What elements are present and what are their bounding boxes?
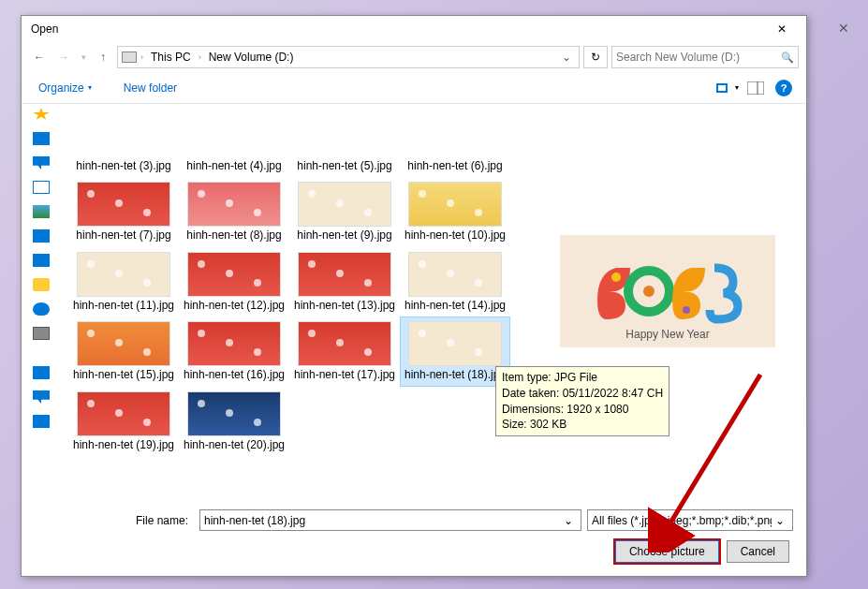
file-name: hinh-nen-tet (12).jpg (184, 299, 285, 312)
file-name: hinh-nen-tet (15).jpg (73, 368, 174, 381)
organize-label: Organize (38, 81, 84, 95)
filetype-filter[interactable]: All files (*.jpg;*.jpeg;*.bmp;*.dib;*.pn… (587, 509, 793, 531)
sidebar-item[interactable] (33, 366, 50, 379)
file-item[interactable]: hinh-nen-tet (4).jpg (179, 108, 289, 177)
file-item[interactable]: hinh-nen-tet (14).jpg (400, 247, 510, 317)
new-folder-label: New folder (124, 81, 177, 95)
up-button[interactable]: ↑ (93, 47, 113, 67)
chevron-down-icon: ▾ (81, 52, 86, 62)
address-bar[interactable]: › This PC › New Volume (D:) ⌄ (117, 46, 580, 68)
forward-button[interactable]: → (53, 47, 74, 67)
file-item[interactable]: hinh-nen-tet (6).jpg (400, 108, 510, 177)
organize-menu[interactable]: Organize ▾ (33, 78, 97, 98)
file-thumbnail (298, 252, 391, 297)
file-item[interactable]: hinh-nen-tet (11).jpg (68, 247, 179, 317)
crumb-sep-icon: › (140, 52, 143, 62)
button-row: Choose picture Cancel (35, 540, 793, 563)
crumb-sep-icon: › (199, 52, 201, 62)
sidebar-downloads[interactable] (33, 156, 50, 169)
sidebar-quickaccess[interactable] (33, 108, 50, 121)
file-name: hinh-nen-tet (16).jpg (184, 368, 285, 381)
filename-row: File name: ⌄ All files (*.jpg;*.jpeg;*.b… (35, 509, 793, 531)
dialog-body: hinh-nen-tet (3).jpghinh-nen-tet (4).jpg… (22, 104, 806, 500)
file-item[interactable]: hinh-nen-tet (18).jpg (400, 317, 510, 386)
file-name: hinh-nen-tet (11).jpg (73, 299, 174, 312)
sidebar-documents[interactable] (33, 181, 50, 194)
file-item[interactable]: hinh-nen-tet (9).jpg (289, 177, 400, 246)
nav-bar: ← → ▾ ↑ › This PC › New Volume (D:) ⌄ ↻ … (22, 42, 806, 72)
file-name: hinh-nen-tet (5).jpg (297, 159, 391, 172)
preview-pane-button[interactable] (744, 77, 767, 99)
sidebar-pictures[interactable] (33, 205, 50, 218)
search-box[interactable]: 🔍 (611, 46, 799, 68)
dialog-title: Open (27, 22, 763, 36)
choose-picture-button[interactable]: Choose picture (615, 540, 719, 563)
search-icon[interactable]: 🔍 (781, 52, 794, 64)
file-item[interactable]: hinh-nen-tet (20).jpg (179, 387, 289, 456)
filename-dropdown[interactable]: ⌄ (560, 514, 577, 527)
file-item[interactable]: hinh-nen-tet (5).jpg (289, 108, 400, 177)
refresh-button[interactable]: ↻ (583, 46, 608, 68)
filter-dropdown[interactable]: ⌄ (772, 514, 788, 527)
breadcrumb-drive[interactable]: New Volume (D:) (205, 51, 298, 64)
back-button[interactable]: ← (29, 47, 50, 67)
file-item[interactable]: hinh-nen-tet (15).jpg (68, 317, 179, 386)
file-name: hinh-nen-tet (7).jpg (76, 228, 170, 242)
file-thumbnail (408, 182, 502, 227)
tooltip-type: Item type: JPG File (502, 370, 663, 386)
file-item[interactable]: hinh-nen-tet (12).jpg (179, 247, 289, 317)
chevron-down-icon: ▾ (88, 83, 92, 92)
help-button[interactable]: ? (772, 77, 795, 99)
filename-combo[interactable]: ⌄ (199, 509, 581, 531)
file-item[interactable]: hinh-nen-tet (10).jpg (400, 177, 510, 246)
close-button[interactable]: ✕ (763, 16, 801, 42)
file-list[interactable]: hinh-nen-tet (3).jpghinh-nen-tet (4).jpg… (61, 104, 529, 500)
svg-point-7 (683, 306, 690, 314)
file-name: hinh-nen-tet (8).jpg (186, 228, 281, 242)
file-thumbnail (408, 252, 502, 297)
file-thumbnail (187, 391, 281, 436)
address-dropdown[interactable]: ⌄ (558, 51, 575, 64)
file-item[interactable]: hinh-nen-tet (16).jpg (179, 317, 289, 386)
filename-input[interactable] (204, 514, 560, 527)
recent-locations-button[interactable]: ▾ (78, 47, 89, 67)
file-name: hinh-nen-tet (6).jpg (407, 159, 502, 172)
cancel-label: Cancel (741, 545, 775, 558)
file-name: hinh-nen-tet (14).jpg (405, 299, 506, 312)
drive-icon (122, 52, 137, 63)
file-thumbnail (298, 182, 391, 227)
file-thumbnail (187, 182, 281, 227)
choose-label: Choose picture (629, 545, 705, 558)
view-mode-button[interactable]: ▾ (716, 77, 739, 99)
breadcrumb-this-pc[interactable]: This PC (147, 51, 195, 64)
file-item[interactable]: hinh-nen-tet (8).jpg (179, 177, 289, 246)
file-thumbnail (77, 252, 170, 297)
file-thumbnail (187, 112, 281, 157)
file-item[interactable]: hinh-nen-tet (19).jpg (68, 387, 179, 456)
file-name: hinh-nen-tet (20).jpg (184, 438, 285, 451)
file-item[interactable]: hinh-nen-tet (13).jpg (289, 247, 400, 317)
cancel-button[interactable]: Cancel (727, 540, 789, 563)
tooltip-date: Date taken: 05/11/2022 8:47 CH (502, 386, 663, 402)
sidebar-onedrive[interactable] (33, 302, 50, 316)
view-icon (716, 81, 733, 95)
sidebar-folder[interactable] (33, 278, 50, 291)
sidebar-item[interactable] (33, 390, 50, 404)
sidebar-this-pc[interactable] (33, 327, 50, 340)
outer-close-button[interactable]: ✕ (838, 21, 849, 36)
file-item[interactable]: hinh-nen-tet (17).jpg (289, 317, 400, 386)
titlebar: Open ✕ (22, 16, 806, 42)
tooltip-dimensions: Dimensions: 1920 x 1080 (502, 402, 663, 418)
bottom-panel: File name: ⌄ All files (*.jpg;*.jpeg;*.b… (22, 500, 806, 576)
refresh-icon: ↻ (591, 51, 600, 64)
file-tooltip: Item type: JPG File Date taken: 05/11/20… (495, 366, 669, 436)
new-folder-button[interactable]: New folder (118, 78, 183, 98)
file-item[interactable]: hinh-nen-tet (7).jpg (68, 177, 179, 246)
sidebar-item[interactable] (33, 415, 50, 428)
filter-text: All files (*.jpg;*.jpeg;*.bmp;*.dib;*.pn… (592, 514, 772, 527)
search-input[interactable] (616, 51, 781, 64)
sidebar-desktop[interactable] (33, 132, 50, 145)
sidebar-item[interactable] (33, 229, 50, 243)
file-item[interactable]: hinh-nen-tet (3).jpg (68, 108, 179, 177)
sidebar-item[interactable] (33, 254, 50, 267)
